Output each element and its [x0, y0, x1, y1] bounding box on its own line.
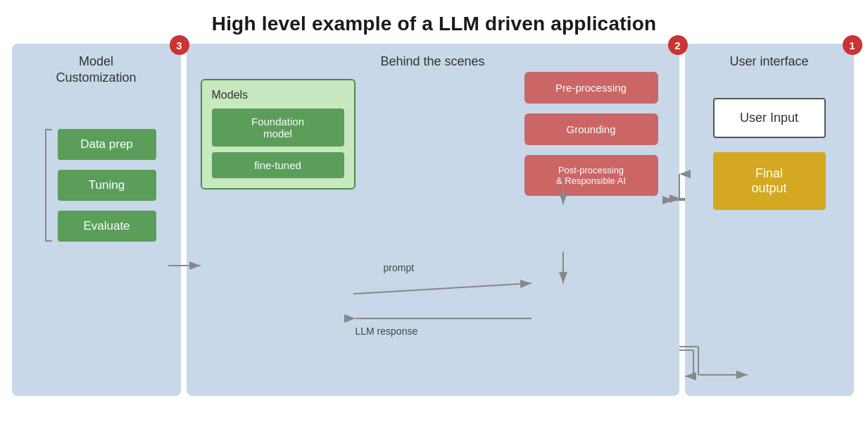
tuning-box: Tuning [58, 170, 156, 201]
badge-1: 1 [843, 35, 862, 55]
behind-scenes-label: Behind the scenes [198, 54, 668, 70]
page-title: High level example of a LLM driven appli… [212, 0, 657, 44]
grounding-box: Grounding [524, 113, 658, 145]
user-interface-label: User interface [729, 54, 808, 70]
badge-2: 2 [668, 35, 688, 55]
panel-model-customization: 3 ModelCustomization Data prep Tuning Ev… [12, 44, 181, 396]
processing-area: Pre-processing Grounding Post-processing… [524, 72, 658, 196]
prompt-label: prompt [384, 262, 415, 273]
pre-processing-box: Pre-processing [524, 72, 658, 104]
user-input-box: User Input [713, 98, 826, 138]
mc-bracket [45, 129, 52, 242]
models-label: Models [212, 89, 344, 101]
mc-boxes-container: Data prep Tuning Evaluate [58, 129, 156, 242]
panel-behind-scenes: 2 Behind the scenes Models Foundationmod… [187, 44, 679, 396]
foundation-model-box: Foundationmodel [212, 108, 344, 147]
data-prep-box: Data prep [58, 129, 156, 160]
models-outer-box: Models Foundationmodel fine-tuned [201, 79, 356, 190]
final-output-box: Finaloutput [713, 152, 826, 210]
post-processing-box: Post-processing& Responsible AI [524, 155, 658, 196]
model-customization-label: ModelCustomization [56, 54, 136, 87]
panel-user-interface: 1 User interface User Input Finaloutput [685, 44, 854, 396]
ui-boxes: User Input Finaloutput [696, 98, 843, 210]
svg-line-2 [353, 283, 532, 294]
evaluate-box: Evaluate [58, 211, 156, 242]
llm-response-label: LLM response [356, 326, 418, 337]
badge-3: 3 [170, 35, 189, 55]
fine-tuned-box: fine-tuned [212, 152, 344, 178]
